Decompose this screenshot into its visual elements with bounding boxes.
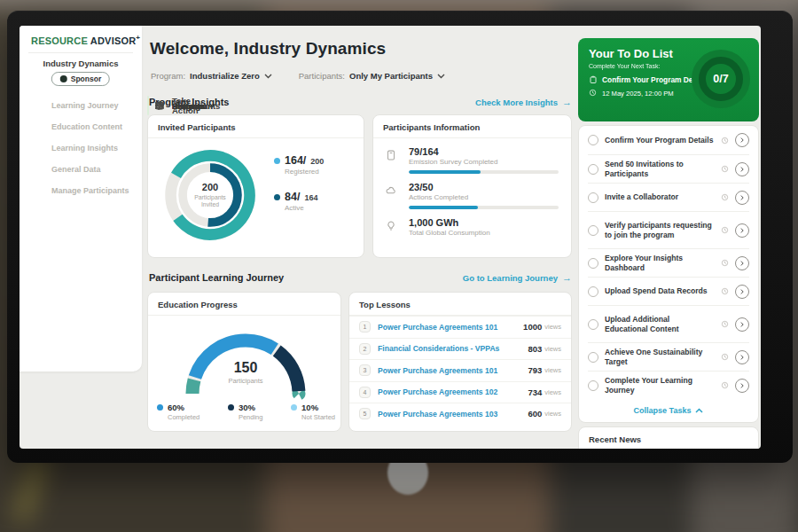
check-more-insights-link[interactable]: Check More Insights →: [475, 97, 572, 107]
logo-plus: +: [136, 34, 140, 42]
bulb-icon: [385, 220, 397, 232]
donut-center: 200 Participants Invited: [159, 144, 262, 246]
task-checkbox[interactable]: [588, 135, 598, 145]
lesson-row: 1 Power Purchase Agreements 101 1000 vie…: [349, 316, 571, 338]
sidebar-item-label: Education Content: [51, 122, 122, 131]
task-go-button[interactable]: [735, 379, 749, 393]
todo-counter: 0/7: [699, 57, 743, 101]
task-checkbox[interactable]: [588, 192, 598, 203]
task-label: Complete Your Learning Journey: [605, 376, 715, 395]
clock-icon: [589, 89, 598, 98]
legend-label: Active: [285, 204, 324, 212]
donut-center-label: Participants Invited: [185, 194, 235, 209]
lesson-link[interactable]: Power Purchase Agreements 101: [378, 366, 528, 375]
todo-due-label: 12 May 2025, 12:00 PM: [602, 90, 674, 98]
task-row-achieve-sustainability-target[interactable]: Achieve One Sustainability Target: [588, 342, 749, 371]
gauge-center: 150 Participants: [175, 360, 317, 385]
sidebar-item-label: Manage Participants: [51, 186, 129, 195]
legend-pct: 10%: [301, 403, 335, 412]
lesson-rank: 2: [359, 343, 371, 355]
lesson-row: 4 Power Purchase Agreements 102 734 view…: [349, 381, 571, 403]
sidebar-item-manage-participants[interactable]: Manage Participants: [20, 180, 142, 201]
lesson-views: 793: [528, 365, 542, 375]
link-label: Go to Learning Journey: [463, 273, 558, 283]
clock-icon: [721, 259, 729, 267]
education-progress-card: Education Progress 150 Participants: [147, 292, 341, 432]
sidebar-item-learning-journey[interactable]: Learning Journey: [20, 95, 142, 116]
info-label: Actions Completed: [409, 193, 559, 201]
page-title: Welcome, Industry Dynamics: [150, 39, 386, 59]
program-filter[interactable]: Program: Industrialize Zero: [151, 71, 272, 81]
collapse-label: Collapse Tasks: [634, 406, 692, 415]
lesson-views-suffix: views: [544, 388, 561, 396]
lesson-link[interactable]: Power Purchase Agreements 102: [378, 387, 528, 396]
task-row-verify-participants[interactable]: Verify participants requesting to join t…: [588, 211, 749, 248]
lesson-link[interactable]: Power Purchase Agreements 103: [378, 410, 528, 419]
task-row-confirm-program[interactable]: Confirm Your Program Details: [588, 126, 749, 154]
task-checkbox[interactable]: [588, 164, 598, 175]
dashboard-screen: RESOURCE ADVISOR+ Industry Dynamics Spon…: [20, 26, 761, 449]
task-checkbox[interactable]: [588, 380, 598, 391]
sidebar: RESOURCE ADVISOR+ Industry Dynamics Spon…: [20, 26, 142, 372]
card-title: Recent News: [579, 427, 758, 449]
donut-center-value: 200: [202, 182, 218, 192]
sidebar-item-education-content[interactable]: Education Content: [20, 116, 142, 137]
learning-journey-header: Participant Learning Journey Go to Learn…: [149, 272, 572, 283]
org-name: Industry Dynamics: [20, 59, 142, 68]
app-logo: RESOURCE ADVISOR+: [31, 34, 140, 46]
donut-legend: 164/ 200 Registered 84/ 164 Active: [274, 154, 324, 212]
lesson-views-suffix: views: [544, 345, 561, 353]
chevron-down-icon: [437, 74, 445, 79]
lesson-row: 3 Power Purchase Agreements 101 793 view…: [349, 359, 571, 381]
task-checkbox[interactable]: [588, 286, 598, 297]
gear-icon: [154, 100, 165, 111]
lesson-link[interactable]: Financial Considerations - VPPAs: [378, 344, 528, 353]
task-go-button[interactable]: [735, 133, 749, 147]
legend-dot: [228, 404, 234, 411]
task-row-upload-spend-data[interactable]: Upload Spend Data Records: [588, 277, 749, 305]
legend-dot: [157, 404, 163, 411]
sponsor-icon: [60, 75, 67, 82]
clock-icon: [721, 287, 729, 295]
task-row-upload-educational-content[interactable]: Upload Additional Educational Content: [588, 305, 749, 342]
sidebar-item-learning-insights[interactable]: Learning Insights: [20, 137, 142, 159]
participants-filter[interactable]: Participants: Only My Participants: [299, 71, 445, 81]
task-row-invite-collaborator[interactable]: Invite a Collaborator: [588, 183, 749, 211]
task-go-button[interactable]: [735, 317, 749, 332]
task-row-complete-learning-journey[interactable]: Complete Your Learning Journey: [588, 371, 749, 399]
legend-label: Registered: [285, 168, 324, 176]
monitor-bezel: RESOURCE ADVISOR+ Industry Dynamics Spon…: [7, 11, 793, 463]
lesson-link[interactable]: Power Purchase Agreements 101: [378, 323, 523, 332]
participants-filter-label: Participants:: [299, 71, 345, 81]
program-filter-value: Industrialize Zero: [190, 71, 260, 81]
task-go-button[interactable]: [735, 285, 749, 299]
todo-progress-ring: 0/7: [692, 50, 750, 108]
lesson-row: 5 Power Purchase Agreements 103 600 view…: [349, 403, 571, 425]
task-label: Upload Spend Data Records: [605, 286, 715, 296]
task-go-button[interactable]: [735, 223, 749, 238]
task-go-button[interactable]: [735, 350, 749, 364]
chevron-down-icon: [264, 74, 272, 79]
card-title: Education Progress: [148, 293, 340, 316]
task-checkbox[interactable]: [588, 319, 598, 330]
task-checkbox[interactable]: [588, 352, 598, 363]
participants-information-card: Participants Information 79/164 Emission…: [372, 114, 572, 258]
info-value: 23/50: [409, 182, 559, 192]
info-value: 79/164: [409, 146, 559, 157]
sidebar-item-label: Learning Insights: [51, 144, 118, 153]
arrow-right-icon: →: [562, 272, 572, 283]
task-row-explore-insights[interactable]: Explore Your Insights Dashboard: [588, 248, 749, 277]
collapse-tasks-link[interactable]: Collapse Tasks: [588, 399, 749, 422]
task-go-button[interactable]: [735, 191, 749, 205]
go-to-learning-journey-link[interactable]: Go to Learning Journey →: [463, 272, 572, 283]
task-go-button[interactable]: [735, 162, 749, 176]
task-go-button[interactable]: [735, 256, 749, 270]
task-label: Send 50 Invitations to Participants: [605, 160, 715, 178]
clock-icon: [721, 381, 729, 389]
task-checkbox[interactable]: [588, 258, 598, 269]
task-row-send-invitations[interactable]: Send 50 Invitations to Participants: [588, 154, 749, 183]
filter-bar: Program: Industrialize Zero Participants…: [151, 71, 445, 81]
info-row-actions: 23/50 Actions Completed: [373, 174, 571, 209]
sidebar-item-general-data[interactable]: General Data: [20, 159, 142, 180]
task-checkbox[interactable]: [588, 225, 598, 236]
